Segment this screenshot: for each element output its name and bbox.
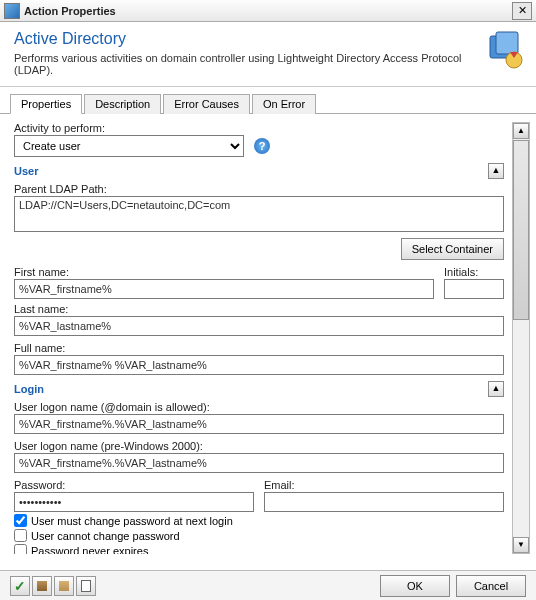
page-title: Active Directory [14,30,484,48]
header: Active Directory Performs various activi… [0,22,536,87]
password-input[interactable] [14,492,254,512]
login-section: Login ▲ User logon name (@domain is allo… [14,381,504,554]
parent-path-label: Parent LDAP Path: [14,183,504,195]
chk-never-expires-label: Password never expires [31,545,148,555]
scroll-up-icon[interactable]: ▲ [513,123,529,139]
user-section-title: User [14,165,38,177]
email-input[interactable] [264,492,504,512]
new-doc-icon[interactable] [76,576,96,596]
initials-input[interactable] [444,279,504,299]
full-name-input[interactable] [14,355,504,375]
last-name-input[interactable] [14,316,504,336]
logon-input[interactable] [14,414,504,434]
login-section-title: Login [14,383,44,395]
activity-label: Activity to perform: [14,122,504,134]
page-subtitle: Performs various activities on domain co… [14,52,484,76]
footer: ✓ OK Cancel [0,570,536,600]
chk-must-change[interactable] [14,514,27,527]
tab-properties[interactable]: Properties [10,94,82,114]
email-label: Email: [264,479,504,491]
user-section: User ▲ Parent LDAP Path: LDAP://CN=Users… [14,163,504,375]
tab-error-causes[interactable]: Error Causes [163,94,250,114]
chk-must-change-label: User must change password at next login [31,515,233,527]
tab-description[interactable]: Description [84,94,161,114]
first-name-input[interactable] [14,279,434,299]
toolbar-icon-1[interactable] [32,576,52,596]
first-name-label: First name: [14,266,434,278]
chk-cannot-change[interactable] [14,529,27,542]
password-label: Password: [14,479,254,491]
window-title: Action Properties [24,5,512,17]
title-bar: Action Properties ✕ [0,0,536,22]
help-icon[interactable]: ? [254,138,270,154]
last-name-label: Last name: [14,303,504,315]
tab-strip: Properties Description Error Causes On E… [0,87,536,114]
logon-label: User logon name (@domain is allowed): [14,401,504,413]
collapse-login-icon[interactable]: ▲ [488,381,504,397]
logon2k-label: User logon name (pre-Windows 2000): [14,440,504,452]
full-name-label: Full name: [14,342,504,354]
active-directory-icon [484,30,524,70]
cancel-button[interactable]: Cancel [456,575,526,597]
logon2k-input[interactable] [14,453,504,473]
collapse-user-icon[interactable]: ▲ [488,163,504,179]
scroll-down-icon[interactable]: ▼ [513,537,529,553]
parent-path-input[interactable]: LDAP://CN=Users,DC=netautoinc,DC=com [14,196,504,232]
select-container-button[interactable]: Select Container [401,238,504,260]
scroll-thumb[interactable] [513,140,529,320]
toolbar-icon-2[interactable] [54,576,74,596]
ok-button[interactable]: OK [380,575,450,597]
validate-icon[interactable]: ✓ [10,576,30,596]
close-button[interactable]: ✕ [512,2,532,20]
vertical-scrollbar[interactable]: ▲ ▼ [512,122,530,554]
chk-never-expires[interactable] [14,544,27,554]
initials-label: Initials: [444,266,504,278]
tab-on-error[interactable]: On Error [252,94,316,114]
app-icon [4,3,20,19]
chk-cannot-change-label: User cannot change password [31,530,180,542]
svg-rect-1 [496,32,518,54]
activity-select[interactable]: Create user [14,135,244,157]
